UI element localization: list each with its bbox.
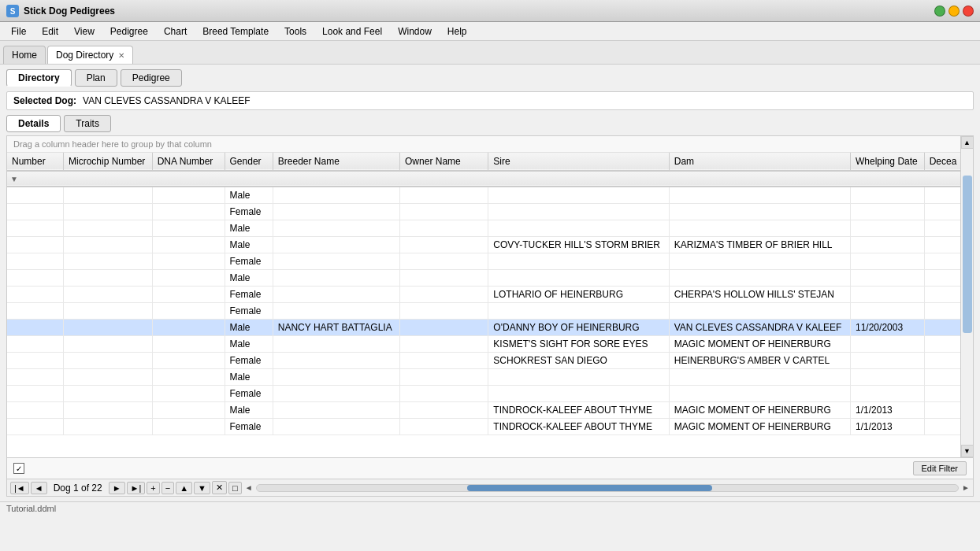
nav-down-button[interactable]: ▼	[194, 482, 210, 494]
cell-sire: TINDROCK-KALEEF ABOUT THYME	[488, 402, 669, 419]
col-header-sire[interactable]: Sire	[488, 153, 669, 171]
table-row[interactable]: MaleTINDROCK-KALEEF ABOUT THYMEMAGIC MOM…	[7, 402, 973, 419]
table-row[interactable]: FemaleLOTHARIO OF HEINERBURGCHERPA'S HOL…	[7, 287, 973, 303]
cell-dam	[669, 220, 850, 237]
cell-dna	[152, 320, 225, 336]
detail-tab-details[interactable]: Details	[6, 115, 61, 132]
col-header-owner[interactable]: Owner Name	[400, 153, 488, 171]
cell-breeder	[273, 237, 399, 253]
grid-scrollbar[interactable]: ▲ ▼	[960, 136, 973, 457]
cell-owner	[400, 303, 488, 320]
menu-pedigree[interactable]: Pedigree	[102, 24, 156, 39]
menu-edit[interactable]: Edit	[34, 24, 66, 39]
table-row[interactable]: Male	[7, 220, 973, 237]
cell-gender: Male	[225, 187, 273, 204]
cell-breeder	[273, 187, 399, 204]
nav-first-button[interactable]: |◄	[10, 482, 29, 494]
col-header-whelping[interactable]: Whelping Date	[851, 153, 925, 171]
menu-breed-template[interactable]: Breed Template	[195, 24, 277, 39]
table-row[interactable]: Male	[7, 187, 973, 204]
cell-sire: TINDROCK-KALEEF ABOUT THYME	[488, 419, 669, 435]
subtabs: Directory Plan Pedigree	[6, 69, 974, 87]
cell-micro	[63, 204, 152, 220]
tab-close-icon[interactable]: ✕	[118, 51, 124, 60]
subtab-plan[interactable]: Plan	[75, 69, 117, 87]
scroll-thumb[interactable]	[963, 176, 972, 333]
edit-filter-button[interactable]: Edit Filter	[913, 461, 967, 475]
col-header-microchip[interactable]: Microchip Number	[63, 153, 152, 171]
nav-up-button[interactable]: ▲	[176, 482, 192, 494]
cell-dam	[669, 303, 850, 320]
scroll-up-button[interactable]: ▲	[961, 136, 974, 149]
table-row[interactable]: FemaleSCHOKREST SAN DIEGOHEINERBURG'S AM…	[7, 353, 973, 369]
cell-sire: O'DANNY BOY OF HEINERBURG	[488, 320, 669, 336]
cell-whelp: 1/1/2013	[851, 402, 925, 419]
tab-home[interactable]: Home	[3, 46, 46, 64]
nav-add-button[interactable]: +	[147, 482, 159, 494]
menu-file[interactable]: File	[3, 24, 34, 39]
table-row[interactable]: FemaleTINDROCK-KALEEF ABOUT THYMEMAGIC M…	[7, 419, 973, 435]
subtab-directory[interactable]: Directory	[6, 69, 72, 87]
maximize-button[interactable]	[934, 6, 945, 17]
col-header-gender[interactable]: Gender	[225, 153, 273, 171]
table-row[interactable]: Female	[7, 386, 973, 402]
nav-square-button[interactable]: □	[228, 482, 242, 494]
table-row[interactable]: Male	[7, 270, 973, 287]
cell-breeder	[273, 336, 399, 353]
table-row[interactable]: Female	[7, 253, 973, 270]
menu-tools[interactable]: Tools	[277, 24, 314, 39]
hscroll-left-button[interactable]: ◄	[245, 483, 253, 492]
cell-owner	[400, 237, 488, 253]
hscroll-area: ◄ ►	[245, 483, 970, 492]
tab-dog-directory[interactable]: Dog Directory ✕	[47, 46, 133, 64]
col-header-number[interactable]: Number	[7, 153, 63, 171]
cell-owner	[400, 402, 488, 419]
nav-cancel-button[interactable]: ✕	[212, 481, 227, 494]
app-title: Stick Dog Pedigrees	[24, 6, 934, 17]
cell-owner	[400, 336, 488, 353]
cell-breeder	[273, 270, 399, 287]
menu-help[interactable]: Help	[440, 24, 475, 39]
subtab-pedigree[interactable]: Pedigree	[121, 69, 182, 87]
navigation-bar: |◄ ◄ Dog 1 of 22 ► ►| + − ▲ ▼ ✕ □ ◄ ►	[6, 479, 974, 497]
cell-num	[7, 287, 63, 303]
data-table: Number Microchip Number DNA Number Gende…	[7, 153, 973, 435]
menu-view[interactable]: View	[66, 24, 102, 39]
nav-prev-button[interactable]: ◄	[31, 482, 47, 494]
nav-last-button[interactable]: ►|	[127, 482, 146, 494]
table-row[interactable]: MaleCOVY-TUCKER HILL'S STORM BRIERKARIZM…	[7, 237, 973, 253]
cell-num	[7, 353, 63, 369]
table-row[interactable]: MaleNANCY HART BATTAGLIAO'DANNY BOY OF H…	[7, 320, 973, 336]
cell-dam: VAN CLEVES CASSANDRA V KALEEF	[669, 320, 850, 336]
nav-next-button[interactable]: ►	[109, 482, 125, 494]
window-controls	[934, 6, 974, 17]
hscroll-right-button[interactable]: ►	[962, 483, 970, 492]
tabbar: Home Dog Directory ✕	[0, 41, 980, 65]
table-row[interactable]: Female	[7, 204, 973, 220]
menu-chart[interactable]: Chart	[156, 24, 195, 39]
col-header-dna[interactable]: DNA Number	[152, 153, 225, 171]
titlebar: S Stick Dog Pedigrees	[0, 0, 980, 22]
minimize-button[interactable]	[948, 6, 960, 17]
scroll-down-button[interactable]: ▼	[961, 445, 974, 457]
hscroll-thumb[interactable]	[467, 485, 713, 491]
hscroll-track[interactable]	[256, 484, 960, 492]
col-header-dam[interactable]: Dam	[669, 153, 850, 171]
menu-window[interactable]: Window	[390, 24, 440, 39]
cell-breeder	[273, 253, 399, 270]
menu-look-and-feel[interactable]: Look and Feel	[314, 24, 390, 39]
checkbox-indicator[interactable]: ✓	[13, 463, 24, 474]
nav-controls: |◄ ◄ Dog 1 of 22 ► ►| + − ▲ ▼ ✕ □	[10, 481, 242, 494]
nav-remove-button[interactable]: −	[161, 482, 174, 494]
table-row[interactable]: MaleKISMET'S SIGHT FOR SORE EYESMAGIC MO…	[7, 336, 973, 353]
col-header-breeder[interactable]: Breeder Name	[273, 153, 399, 171]
cell-dna	[152, 270, 225, 287]
cell-whelp	[851, 336, 925, 353]
cell-dna	[152, 353, 225, 369]
table-row[interactable]: Female	[7, 303, 973, 320]
detail-tab-traits[interactable]: Traits	[64, 115, 111, 132]
table-row[interactable]: Male	[7, 369, 973, 386]
bottom-bar: ✓ Edit Filter	[6, 458, 974, 479]
cell-breeder	[273, 369, 399, 386]
close-button[interactable]	[963, 6, 974, 17]
